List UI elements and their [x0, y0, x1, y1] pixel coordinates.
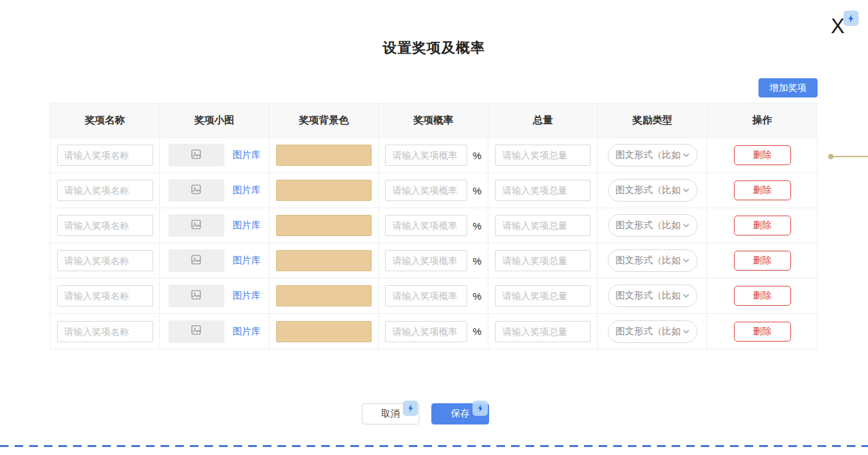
image-library-link[interactable]: 图片库	[233, 326, 261, 338]
delete-button[interactable]: 删除	[734, 216, 791, 235]
prize-name-input[interactable]	[57, 250, 153, 271]
table-row: 图片库 % 图文形式（比如 删除	[50, 314, 817, 349]
image-library-link[interactable]: 图片库	[233, 220, 261, 231]
picture-icon	[190, 149, 202, 162]
probability-input[interactable]	[385, 180, 467, 201]
delete-button[interactable]: 删除	[734, 286, 791, 306]
probability-input[interactable]	[385, 145, 467, 166]
total-input[interactable]	[495, 145, 591, 166]
page-title: 设置奖项及概率	[0, 38, 868, 57]
color-swatch[interactable]	[276, 180, 372, 201]
prize-image-cell: 图片库	[160, 314, 269, 349]
total-input[interactable]	[495, 321, 591, 342]
percent-suffix: %	[472, 255, 481, 267]
prize-name-input[interactable]	[57, 215, 153, 236]
prize-probability-cell: %	[379, 314, 488, 349]
reward-type-cell: 图文形式（比如	[598, 208, 707, 243]
chevron-down-icon	[682, 186, 690, 194]
picture-icon	[190, 184, 202, 198]
prize-name-input[interactable]	[57, 180, 153, 201]
picture-icon	[190, 289, 202, 303]
total-input[interactable]	[495, 250, 591, 271]
delete-button[interactable]: 删除	[734, 180, 791, 200]
probability-input[interactable]	[385, 215, 467, 236]
chevron-down-icon	[682, 328, 690, 336]
prize-image-cell: 图片库	[160, 279, 269, 313]
actions-cell: 删除	[707, 314, 817, 349]
header-actions: 操作	[707, 103, 817, 137]
prize-image-cell: 图片库	[160, 138, 269, 172]
actions-cell: 删除	[707, 208, 817, 243]
prize-name-cell	[50, 173, 160, 208]
total-input[interactable]	[495, 215, 591, 236]
prize-image-cell: 图片库	[160, 173, 269, 208]
reward-type-cell: 图文形式（比如	[598, 243, 707, 278]
total-cell	[488, 279, 598, 313]
close-x-label: X	[831, 16, 845, 36]
prize-probability-cell: %	[379, 173, 488, 208]
color-swatch[interactable]	[276, 321, 372, 342]
prize-name-cell	[50, 208, 160, 243]
delete-button[interactable]: 删除	[734, 145, 791, 165]
prize-name-input[interactable]	[57, 145, 153, 166]
color-swatch[interactable]	[276, 145, 372, 166]
image-upload-box[interactable]	[169, 320, 224, 343]
actions-cell: 删除	[707, 243, 817, 278]
prize-name-input[interactable]	[57, 321, 153, 342]
probability-input[interactable]	[385, 285, 467, 306]
reward-type-select[interactable]: 图文形式（比如	[608, 249, 697, 272]
percent-suffix: %	[472, 326, 481, 337]
image-upload-box[interactable]	[169, 144, 224, 166]
reward-type-cell: 图文形式（比如	[598, 279, 707, 313]
color-swatch[interactable]	[276, 250, 372, 271]
image-upload-box[interactable]	[169, 214, 224, 237]
close-button[interactable]: X	[827, 9, 860, 41]
image-library-link[interactable]: 图片库	[233, 149, 261, 161]
image-upload-box[interactable]	[169, 179, 224, 202]
reward-type-select[interactable]: 图文形式（比如	[608, 179, 697, 202]
delete-button[interactable]: 删除	[734, 251, 791, 271]
add-prize-button[interactable]: 增加奖项	[759, 78, 818, 98]
color-swatch[interactable]	[276, 285, 372, 306]
reward-type-select[interactable]: 图文形式（比如	[608, 320, 697, 343]
prize-name-cell	[50, 314, 160, 349]
chevron-down-icon	[682, 151, 690, 159]
image-library-link[interactable]: 图片库	[233, 184, 261, 196]
actions-cell: 删除	[707, 173, 817, 208]
color-swatch[interactable]	[276, 215, 372, 236]
prize-bg-color-cell	[269, 173, 379, 208]
reward-type-cell: 图文形式（比如	[598, 138, 707, 172]
percent-suffix: %	[472, 185, 481, 196]
table-body: 图片库 % 图文形式（比如 删除	[50, 138, 817, 349]
header-prize-bg-color: 奖项背景色	[269, 103, 379, 137]
image-library-link[interactable]: 图片库	[233, 290, 261, 302]
table-header-row: 奖项名称 奖项小图 奖项背景色 奖项概率 总量 奖励类型 操作	[50, 103, 817, 138]
reward-type-cell: 图文形式（比如	[598, 314, 707, 349]
header-prize-probability: 奖项概率	[379, 103, 488, 137]
probability-input[interactable]	[385, 250, 467, 271]
total-cell	[488, 243, 598, 278]
image-library-link[interactable]: 图片库	[233, 255, 261, 267]
reward-type-select[interactable]: 图文形式（比如	[608, 214, 697, 237]
total-input[interactable]	[495, 180, 591, 201]
probability-input[interactable]	[385, 321, 467, 342]
cancel-button-label: 取消	[382, 408, 400, 419]
image-upload-box[interactable]	[169, 249, 224, 272]
save-button[interactable]: 保存	[431, 403, 489, 424]
table-row: 图片库 % 图文形式（比如 删除	[50, 208, 817, 243]
prize-bg-color-cell	[269, 279, 379, 313]
reward-type-select[interactable]: 图文形式（比如	[608, 285, 697, 307]
picture-icon	[190, 324, 202, 338]
prize-probability-cell: %	[379, 138, 488, 172]
image-upload-box[interactable]	[169, 285, 224, 307]
delete-button[interactable]: 删除	[734, 322, 791, 342]
cancel-button[interactable]: 取消	[362, 403, 419, 424]
reward-type-select[interactable]: 图文形式（比如	[608, 144, 697, 166]
picture-icon	[190, 219, 202, 233]
prize-name-input[interactable]	[57, 285, 153, 306]
total-input[interactable]	[495, 285, 591, 306]
header-reward-type: 奖励类型	[598, 103, 707, 137]
prize-settings-page: X 设置奖项及概率 增加奖项 奖项名称 奖项小图 奖项背景色 奖项概率 总量 奖…	[0, 0, 868, 455]
prize-name-cell	[50, 243, 160, 278]
prize-bg-color-cell	[269, 138, 379, 172]
